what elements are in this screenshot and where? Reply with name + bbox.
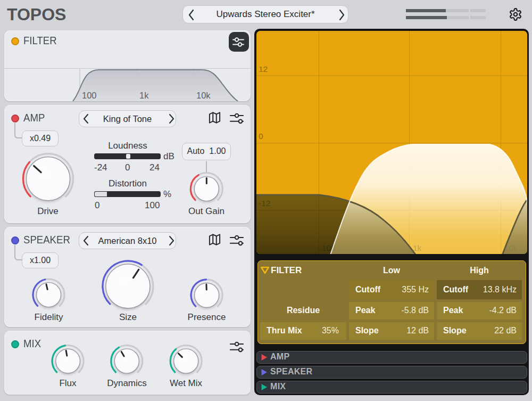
- svg-text:100: 100: [82, 91, 97, 100]
- svg-text:1k: 1k: [139, 91, 149, 100]
- svg-text:10k: 10k: [196, 91, 211, 100]
- svg-text:12: 12: [259, 64, 268, 73]
- svg-text:0: 0: [259, 132, 263, 141]
